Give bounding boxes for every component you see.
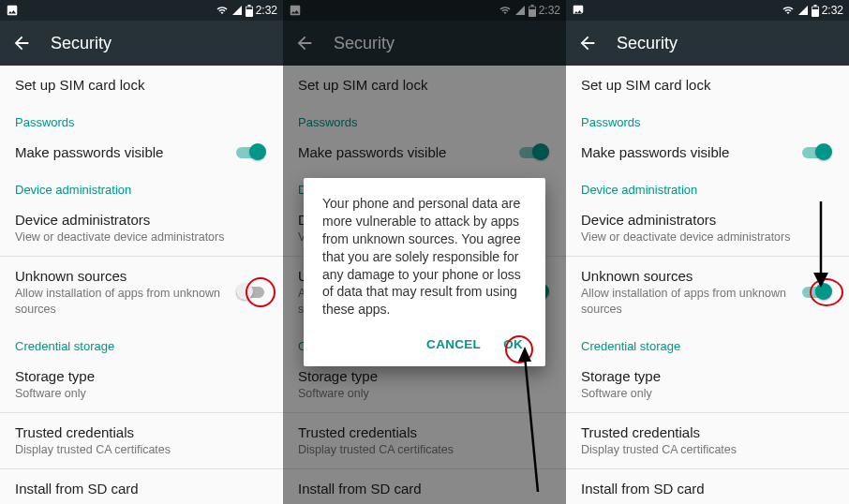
page-title: Security <box>51 34 112 53</box>
row-passwords-visible[interactable]: Make passwords visible <box>566 133 849 171</box>
row-subtitle: Software only <box>581 386 834 401</box>
row-device-admins[interactable]: Device administrators View or deactivate… <box>566 200 849 256</box>
settings-list: Set up SIM card lock Passwords Make pass… <box>566 66 849 504</box>
dialog-body: Your phone and personal data are more vu… <box>322 195 527 319</box>
page-title: Security <box>617 34 678 53</box>
row-title: Install from SD card <box>581 481 834 497</box>
row-subtitle: View or deactivate device administrators <box>15 230 268 245</box>
section-credential: Credential storage <box>0 328 283 357</box>
svg-rect-2 <box>246 7 251 8</box>
row-sim-lock[interactable]: Set up SIM card lock <box>0 66 283 104</box>
section-passwords: Passwords <box>566 104 849 133</box>
signal-icon <box>797 5 809 16</box>
back-icon[interactable] <box>577 33 598 53</box>
screen-1: 2:32 Security Set up SIM card lock Passw… <box>0 0 283 504</box>
app-bar: Security <box>0 21 283 66</box>
row-title: Storage type <box>581 368 834 384</box>
row-device-admins[interactable]: Device administrators View or deactivate… <box>0 200 283 256</box>
row-storage-type[interactable]: Storage type Software only <box>566 357 849 412</box>
back-icon[interactable] <box>11 33 32 53</box>
app-bar: Security <box>566 21 849 66</box>
section-device-admin: Device administration <box>566 171 849 200</box>
row-unknown-sources[interactable]: Unknown sources Allow installation of ap… <box>566 257 849 328</box>
wifi-icon <box>782 5 795 16</box>
row-title: Trusted credentials <box>15 424 268 440</box>
toggle-unknown-sources[interactable] <box>802 283 834 302</box>
toggle-passwords-visible[interactable] <box>802 143 834 162</box>
screen-3: 2:32 Security Set up SIM card lock Passw… <box>566 0 849 504</box>
row-title: Set up SIM card lock <box>581 77 834 93</box>
status-time: 2:32 <box>822 4 843 17</box>
row-sim-lock[interactable]: Set up SIM card lock <box>566 66 849 104</box>
row-unknown-sources[interactable]: Unknown sources Allow installation of ap… <box>0 257 283 328</box>
wifi-icon <box>216 5 229 16</box>
row-title: Set up SIM card lock <box>15 77 268 93</box>
toggle-passwords-visible[interactable] <box>236 143 268 162</box>
battery-icon <box>246 5 253 17</box>
section-passwords: Passwords <box>0 104 283 133</box>
row-title: Device administrators <box>15 212 268 228</box>
row-subtitle: View or deactivate device administrators <box>581 230 834 245</box>
confirm-dialog: Your phone and personal data are more vu… <box>304 178 545 366</box>
svg-rect-9 <box>813 5 816 7</box>
row-title: Device administrators <box>581 212 834 228</box>
row-title: Install from SD card <box>15 481 268 497</box>
row-passwords-visible[interactable]: Make passwords visible <box>0 133 283 171</box>
status-bar: 2:32 <box>0 0 283 21</box>
row-storage-type[interactable]: Storage type Software only <box>0 357 283 412</box>
ok-button[interactable]: OK <box>503 337 523 351</box>
section-device-admin: Device administration <box>0 171 283 200</box>
settings-list: Set up SIM card lock Passwords Make pass… <box>0 66 283 504</box>
row-install-sd[interactable]: Install from SD card <box>566 469 849 504</box>
row-trusted-credentials[interactable]: Trusted credentials Display trusted CA c… <box>0 413 283 468</box>
status-time: 2:32 <box>256 4 277 17</box>
row-trusted-credentials[interactable]: Trusted credentials Display trusted CA c… <box>566 413 849 468</box>
picture-icon <box>572 4 585 17</box>
signal-icon <box>231 5 243 16</box>
row-title: Unknown sources <box>15 268 227 284</box>
picture-icon <box>6 4 19 17</box>
row-subtitle: Display trusted CA certificates <box>581 442 834 457</box>
row-subtitle: Software only <box>15 386 268 401</box>
cancel-button[interactable]: CANCEL <box>426 337 481 351</box>
row-title: Trusted credentials <box>581 424 834 440</box>
screen-2: 2:32 Security Set up SIM card lock Passw… <box>283 0 566 504</box>
row-title: Unknown sources <box>581 268 793 284</box>
toggle-unknown-sources[interactable] <box>236 283 268 302</box>
row-install-sd[interactable]: Install from SD card <box>0 469 283 504</box>
status-bar: 2:32 <box>566 0 849 21</box>
section-credential: Credential storage <box>566 328 849 357</box>
row-title: Make passwords visible <box>15 144 268 160</box>
svg-rect-10 <box>812 7 817 8</box>
row-title: Storage type <box>15 368 268 384</box>
svg-rect-1 <box>247 5 250 7</box>
row-subtitle: Allow installation of apps from unknown … <box>581 286 793 317</box>
row-subtitle: Allow installation of apps from unknown … <box>15 286 227 317</box>
row-title: Make passwords visible <box>581 144 834 160</box>
battery-icon <box>812 5 819 17</box>
row-subtitle: Display trusted CA certificates <box>15 442 268 457</box>
